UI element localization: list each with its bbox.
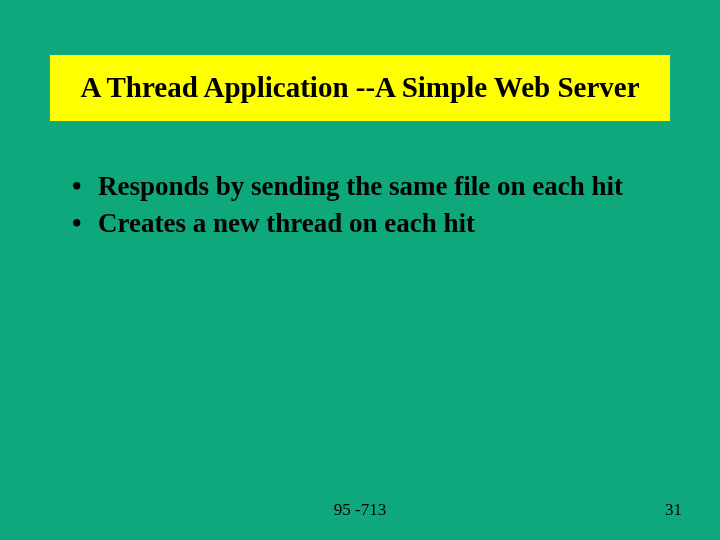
footer-page-number: 31 bbox=[665, 500, 682, 520]
list-item: Creates a new thread on each hit bbox=[70, 206, 670, 241]
list-item: Responds by sending the same file on eac… bbox=[70, 169, 670, 204]
bullet-list: Responds by sending the same file on eac… bbox=[70, 169, 670, 240]
footer-center: 95 -713 bbox=[0, 500, 720, 520]
title-box: A Thread Application --A Simple Web Serv… bbox=[50, 55, 670, 121]
slide-title: A Thread Application --A Simple Web Serv… bbox=[70, 69, 650, 105]
